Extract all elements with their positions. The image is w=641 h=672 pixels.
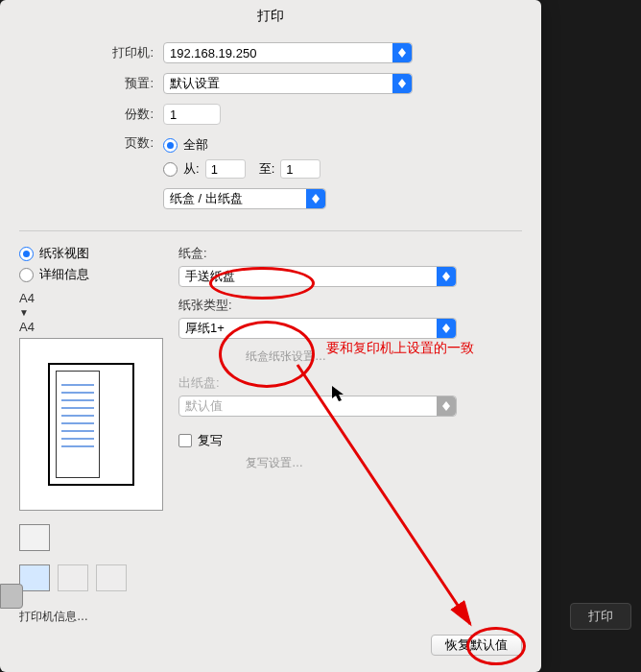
- stamp-tool-icon[interactable]: [96, 564, 127, 591]
- down-arrow-icon: ▼: [19, 307, 29, 318]
- duplex-tool-icon[interactable]: [19, 564, 50, 591]
- copy-settings-link[interactable]: 复写设置…: [246, 455, 522, 471]
- restore-defaults-button[interactable]: 恢复默认值: [431, 635, 522, 656]
- page-thumb-icon: [48, 363, 134, 486]
- printer-value: 192.168.19.250: [170, 46, 256, 60]
- copies-input[interactable]: 1: [163, 104, 221, 125]
- section-select[interactable]: 纸盒 / 出纸盘: [163, 188, 326, 209]
- pages-label: 页数:: [19, 134, 163, 152]
- tray-paper-settings-link[interactable]: 纸盒纸张设置…: [246, 348, 522, 365]
- copy-checkbox[interactable]: [178, 434, 192, 447]
- paper-view-radio[interactable]: [19, 247, 34, 261]
- people-tool-icon[interactable]: [58, 564, 88, 591]
- detail-view-label: 详细信息: [39, 266, 89, 283]
- output-label: 出纸盘:: [178, 374, 522, 392]
- page-preview: [19, 338, 163, 511]
- output-select: 默认值: [178, 396, 457, 417]
- paper-type-value: 厚纸1+: [185, 320, 225, 337]
- pages-to-input[interactable]: 1: [280, 159, 320, 179]
- printer-info-button[interactable]: 打印机信息…: [19, 609, 165, 625]
- copies-label: 份数:: [19, 106, 163, 123]
- preset-select[interactable]: 默认设置: [163, 73, 413, 94]
- divider: [19, 230, 522, 231]
- dialog-title: 打印: [0, 0, 541, 33]
- preset-label: 预置:: [19, 75, 163, 92]
- preset-value: 默认设置: [170, 75, 220, 92]
- section-value: 纸盒 / 出纸盘: [170, 190, 243, 207]
- output-value: 默认值: [185, 397, 223, 415]
- paper-type-select[interactable]: 厚纸1+: [178, 318, 457, 339]
- pages-from-input[interactable]: 1: [205, 159, 246, 179]
- tray-label: 纸盒:: [178, 245, 522, 262]
- a4-label-1: A4: [19, 291, 35, 305]
- printer-select[interactable]: 192.168.19.250: [163, 42, 413, 63]
- tray-select[interactable]: 手送纸盘: [178, 266, 457, 287]
- pages-to-label: 至:: [259, 160, 275, 178]
- layout-tool-icon[interactable]: [19, 524, 50, 551]
- pages-from-label: 从:: [183, 160, 200, 178]
- tray-value: 手送纸盘: [185, 268, 235, 285]
- paper-type-label: 纸张类型:: [178, 297, 522, 314]
- paper-view-label: 纸张视图: [39, 245, 89, 262]
- printer-label: 打印机:: [19, 44, 163, 61]
- a4-label-2: A4: [19, 320, 35, 334]
- copy-label: 复写: [198, 432, 223, 449]
- background-button-peek: [0, 584, 23, 609]
- pages-all-label: 全部: [183, 136, 208, 154]
- pages-range-radio[interactable]: [163, 162, 178, 177]
- background-print-button[interactable]: 打印: [570, 603, 631, 630]
- pages-all-radio[interactable]: [163, 138, 178, 153]
- print-dialog: 打印 打印机: 192.168.19.250 预置: 默认设置 份数: 1 页数…: [0, 0, 541, 672]
- detail-view-radio[interactable]: [19, 268, 34, 282]
